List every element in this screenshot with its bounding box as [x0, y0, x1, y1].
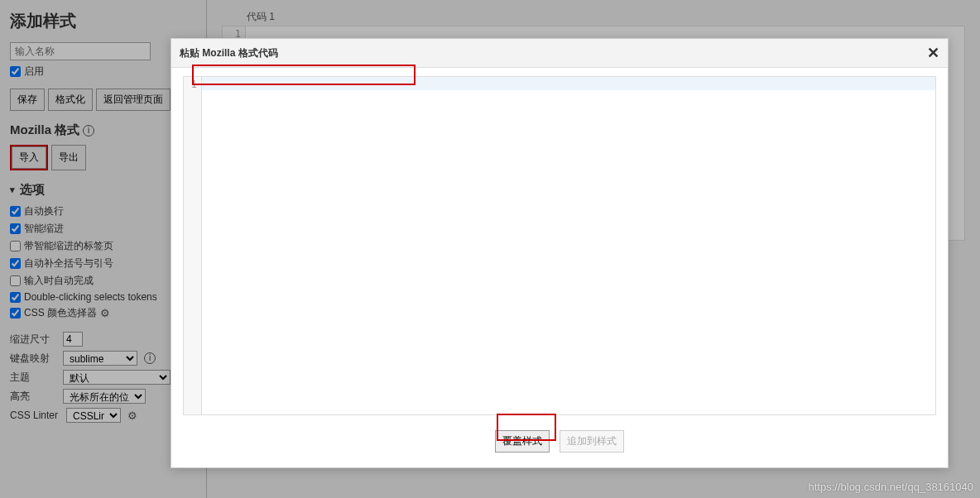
modal-code-editor[interactable]: 1	[183, 76, 936, 415]
append-style-button[interactable]: 追加到样式	[560, 430, 624, 453]
modal-title: 粘贴 Mozilla 格式代码	[180, 46, 278, 60]
overwrite-style-button[interactable]: 覆盖样式	[495, 430, 550, 453]
paste-mozilla-modal: 粘贴 Mozilla 格式代码 ✕ 1 覆盖样式 追加到样式	[171, 38, 949, 468]
modal-active-line[interactable]	[202, 77, 935, 90]
modal-editor-gutter: 1	[184, 77, 202, 414]
close-icon[interactable]: ✕	[927, 44, 939, 62]
watermark: https://blog.csdn.net/qq_38161040	[809, 481, 974, 493]
